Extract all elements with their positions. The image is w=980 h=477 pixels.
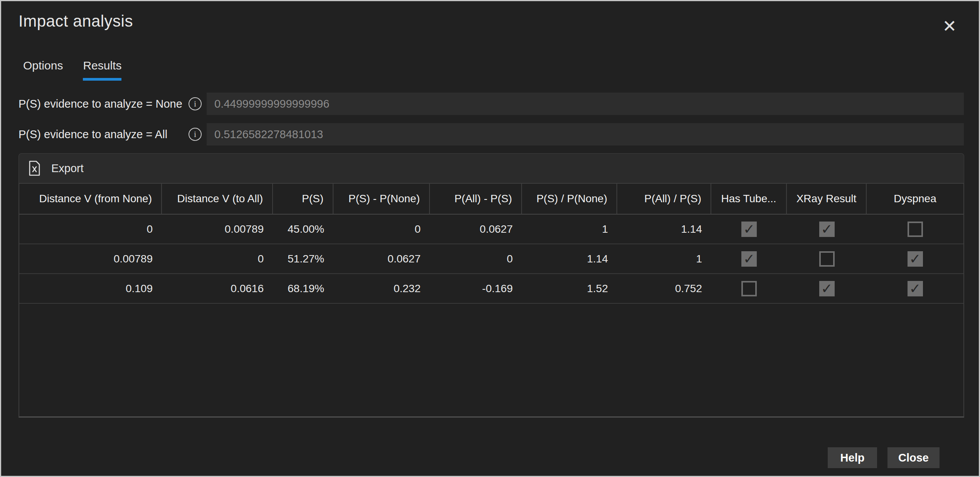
col-header-pall-minus-ps[interactable]: P(All) - P(S) — [430, 184, 522, 214]
close-button[interactable]: Close — [887, 447, 940, 468]
info-icon[interactable]: i — [189, 97, 202, 110]
cell-pall-minus-ps: 0.0627 — [430, 215, 522, 244]
dialog-footer: Help Close — [828, 447, 940, 468]
cell-distance-from-none: 0.00789 — [19, 244, 162, 273]
cell-distance-to-all: 0.00789 — [162, 215, 273, 244]
xray-result-checkbox[interactable] — [819, 251, 835, 267]
xray-result-checkbox[interactable] — [819, 222, 835, 237]
export-button[interactable]: Export — [19, 154, 93, 183]
col-header-has-tube[interactable]: Has Tube... — [711, 184, 787, 214]
cell-pall-minus-ps: -0.169 — [430, 274, 522, 303]
cell-distance-to-all: 0 — [162, 244, 273, 273]
dyspnea-checkbox[interactable] — [908, 281, 923, 296]
cell-pall-div-ps: 1 — [617, 244, 711, 273]
cell-ps: 45.00% — [273, 215, 333, 244]
impact-analysis-dialog: Impact analysis ✕ Options Results P(S) e… — [0, 0, 980, 477]
xray-result-checkbox[interactable] — [819, 281, 835, 296]
field-row-ps-none: P(S) evidence to analyze = None i — [1, 93, 979, 115]
col-header-ps-div-pnone[interactable]: P(S) / P(None) — [522, 184, 617, 214]
table-row[interactable]: 0.00789 0 51.27% 0.0627 0 1.14 1 — [19, 244, 963, 274]
cell-ps-div-pnone: 1 — [522, 215, 617, 244]
table-toolbar: Export — [19, 153, 964, 183]
cell-ps: 51.27% — [273, 244, 333, 273]
cell-ps-minus-pnone: 0 — [333, 215, 430, 244]
col-header-distance-to-all[interactable]: Distance V (to All) — [162, 184, 273, 214]
dyspnea-checkbox[interactable] — [908, 251, 923, 267]
col-header-dyspnea[interactable]: Dyspnea — [867, 184, 963, 214]
col-header-ps[interactable]: P(S) — [273, 184, 333, 214]
cell-distance-to-all: 0.0616 — [162, 274, 273, 303]
export-label: Export — [51, 162, 84, 175]
field-row-ps-all: P(S) evidence to analyze = All i — [1, 123, 979, 145]
cell-pall-div-ps: 1.14 — [617, 215, 711, 244]
has-tube-checkbox[interactable] — [741, 251, 757, 267]
ps-none-input[interactable] — [207, 93, 964, 115]
cell-ps: 68.19% — [273, 274, 333, 303]
tab-results[interactable]: Results — [83, 59, 121, 81]
ps-all-input[interactable] — [207, 123, 964, 145]
close-icon[interactable]: ✕ — [939, 15, 960, 37]
cell-distance-from-none: 0.109 — [19, 274, 162, 303]
tab-options[interactable]: Options — [23, 59, 63, 81]
col-header-ps-minus-pnone[interactable]: P(S) - P(None) — [333, 184, 430, 214]
cell-ps-div-pnone: 1.14 — [522, 244, 617, 273]
cell-pall-minus-ps: 0 — [430, 244, 522, 273]
cell-ps-minus-pnone: 0.0627 — [333, 244, 430, 273]
field-label-ps-none: P(S) evidence to analyze = None — [19, 93, 182, 115]
has-tube-checkbox[interactable] — [741, 222, 757, 237]
has-tube-checkbox[interactable] — [741, 281, 757, 296]
export-excel-icon — [29, 161, 40, 176]
cell-ps-div-pnone: 1.52 — [522, 274, 617, 303]
dyspnea-checkbox[interactable] — [908, 222, 923, 237]
info-icon[interactable]: i — [189, 128, 202, 141]
cell-pall-div-ps: 0.752 — [617, 274, 711, 303]
col-header-pall-div-ps[interactable]: P(All) / P(S) — [617, 184, 711, 214]
cell-distance-from-none: 0 — [19, 215, 162, 244]
table-row[interactable]: 0.109 0.0616 68.19% 0.232 -0.169 1.52 0.… — [19, 274, 963, 304]
cell-ps-minus-pnone: 0.232 — [333, 274, 430, 303]
help-button[interactable]: Help — [828, 447, 877, 468]
dialog-title: Impact analysis — [19, 12, 133, 30]
results-table: Distance V (from None) Distance V (to Al… — [19, 183, 964, 418]
field-label-ps-all: P(S) evidence to analyze = All — [19, 123, 167, 145]
col-header-distance-from-none[interactable]: Distance V (from None) — [19, 184, 162, 214]
col-header-xray-result[interactable]: XRay Result — [787, 184, 867, 214]
tab-bar: Options Results — [23, 59, 121, 81]
table-header-row: Distance V (from None) Distance V (to Al… — [19, 184, 963, 215]
table-row[interactable]: 0 0.00789 45.00% 0 0.0627 1 1.14 — [19, 215, 963, 244]
